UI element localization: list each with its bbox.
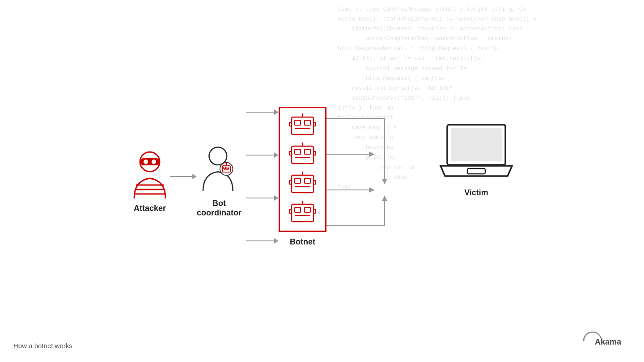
svg-rect-46 xyxy=(314,210,316,213)
svg-marker-49 xyxy=(382,179,387,185)
svg-rect-39 xyxy=(292,204,314,222)
bot2-icon xyxy=(288,143,317,167)
svg-rect-1 xyxy=(140,158,160,165)
svg-point-2 xyxy=(144,160,148,164)
svg-rect-37 xyxy=(289,181,292,184)
svg-rect-33 xyxy=(305,178,310,183)
arrows-botnet-victim xyxy=(326,92,425,248)
svg-point-20 xyxy=(302,114,304,115)
svg-rect-59 xyxy=(467,168,485,174)
svg-rect-30 xyxy=(314,152,316,155)
svg-point-36 xyxy=(302,172,304,173)
attacker-icon xyxy=(130,149,170,198)
svg-rect-45 xyxy=(289,210,292,213)
svg-rect-58 xyxy=(451,128,502,161)
svg-rect-17 xyxy=(305,120,310,125)
svg-rect-29 xyxy=(289,152,292,155)
svg-marker-56 xyxy=(382,195,387,201)
arrow-to-bot1 xyxy=(246,112,275,113)
arrow-to-bot2 xyxy=(246,155,275,156)
coordinator-node: Bot coordinator xyxy=(197,144,242,218)
victim-label: Victim xyxy=(464,188,488,198)
coordinator-label: Bot coordinator xyxy=(197,199,242,218)
victim-section: Victim xyxy=(438,120,514,198)
svg-marker-53 xyxy=(369,187,375,193)
svg-rect-38 xyxy=(314,181,316,184)
diagram-row: Attacker xyxy=(130,114,514,248)
coordinator-icon xyxy=(199,144,239,194)
svg-rect-21 xyxy=(289,122,292,126)
diagram-main: Attacker xyxy=(0,58,644,304)
arrow-attacker-coordinator xyxy=(170,176,197,177)
victim-icon xyxy=(438,120,514,183)
arrow-to-bot3 xyxy=(246,198,275,198)
svg-point-3 xyxy=(152,160,156,164)
svg-rect-15 xyxy=(292,117,314,135)
akamai-logo: Akamai xyxy=(568,330,622,354)
akamai-logo-svg: Akamai xyxy=(568,330,622,352)
botnet-victim-arrows-svg xyxy=(326,92,425,248)
svg-rect-31 xyxy=(292,175,314,193)
svg-rect-16 xyxy=(295,120,301,125)
attacker-label: Attacker xyxy=(134,204,166,213)
arrows-to-botnet xyxy=(246,112,275,241)
attacker-node: Attacker xyxy=(130,149,170,213)
botnet-section: Botnet xyxy=(279,107,326,247)
svg-rect-24 xyxy=(295,149,301,154)
bot3-icon xyxy=(288,172,317,196)
svg-rect-25 xyxy=(305,149,310,154)
svg-rect-22 xyxy=(314,122,316,126)
svg-point-28 xyxy=(302,143,304,144)
svg-rect-23 xyxy=(292,146,314,164)
svg-point-7 xyxy=(209,147,227,165)
arrow-to-bot4 xyxy=(246,240,275,241)
svg-marker-51 xyxy=(369,152,375,157)
caption: How a botnet works xyxy=(13,342,72,349)
svg-point-44 xyxy=(302,201,304,202)
svg-rect-41 xyxy=(305,207,310,212)
svg-rect-32 xyxy=(295,178,301,183)
botnet-label: Botnet xyxy=(290,237,315,247)
botnet-box xyxy=(279,107,326,232)
svg-point-14 xyxy=(225,162,228,164)
bot1-icon xyxy=(288,114,317,138)
svg-rect-40 xyxy=(295,207,301,212)
bot4-icon xyxy=(288,201,317,225)
svg-text:Akamai: Akamai xyxy=(595,337,622,346)
